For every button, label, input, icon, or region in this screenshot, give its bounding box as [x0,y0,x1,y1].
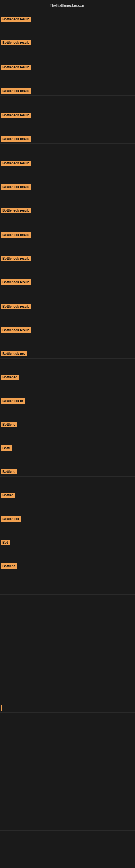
list-item [0,633,135,642]
bottleneck-badge[interactable]: Bottleneck re [1,398,25,404]
bottleneck-badge[interactable]: Bottler [1,493,15,498]
bottleneck-badge[interactable]: Bottleneck result [1,161,31,166]
list-item: Bottleneck result [0,326,135,335]
list-item: Bottleneck result [0,39,135,48]
bottleneck-badge[interactable]: Bottleneck result [1,40,31,45]
bottleneck-badge[interactable]: Bottleneck result [1,279,31,285]
bottleneck-badge[interactable]: Bottleneck result [1,256,31,261]
list-item [0,680,135,689]
list-item: Bottlene [0,562,135,571]
bottleneck-badge[interactable]: Bottleneck result [1,328,31,333]
bottleneck-badge[interactable]: Bottlene [1,563,17,569]
list-item: Bottl [0,444,135,453]
list-item: Bottleneck result [0,159,135,168]
tiny-indicator [1,705,2,711]
list-item: Bottlene [0,421,135,429]
bottleneck-badge[interactable]: Bottlenec [1,375,19,380]
list-item: Bottleneck result [0,16,135,24]
list-item: Bottleneck result [0,303,135,311]
list-item: Bottleneck res [0,350,135,359]
bottleneck-badge[interactable]: Bottleneck res [1,351,27,356]
list-item [0,775,135,783]
list-item: Bottleneck result [0,135,135,144]
list-item: Bottleneck [0,515,135,524]
list-item [0,822,135,831]
bottleneck-badge[interactable]: Bottleneck result [1,184,31,190]
list-item: Bottler [0,492,135,500]
bottleneck-badge[interactable]: Bottleneck result [1,304,31,309]
list-item: Bottleneck result [0,87,135,96]
list-item: Bot [0,539,135,547]
list-item [0,586,135,595]
bottleneck-badge[interactable]: Bottlene [1,469,17,474]
bottleneck-badge[interactable]: Bottleneck result [1,17,31,22]
bottleneck-badge[interactable]: Bottlene [1,422,17,427]
list-item [0,727,135,736]
list-item [0,845,135,854]
list-item [0,798,135,807]
list-item: Bottlene [0,468,135,476]
list-item: Bottlenec [0,373,135,382]
list-item: Bottleneck result [0,278,135,287]
list-item [0,610,135,618]
bottleneck-badge[interactable]: Bottl [1,445,12,451]
list-item: Bottleneck result [0,207,135,215]
list-item [0,704,135,713]
site-title: TheBottlenecker.com [0,1,135,9]
list-item: Bottleneck result [0,231,135,240]
bottleneck-badge[interactable]: Bottleneck result [1,136,31,142]
bottleneck-badge[interactable]: Bottleneck result [1,208,31,213]
list-item: Bottleneck result [0,255,135,264]
list-item: Bottleneck re [0,397,135,406]
bottleneck-badge[interactable]: Bottleneck result [1,113,31,118]
list-item: Bottleneck result [0,112,135,120]
bottleneck-badge[interactable]: Bottleneck result [1,232,31,238]
bottleneck-badge[interactable]: Bottleneck result [1,65,31,70]
list-item [0,751,135,760]
bottleneck-badge[interactable]: Bot [1,540,10,545]
list-item [0,657,135,665]
bottleneck-badge[interactable]: Bottleneck [1,516,21,522]
list-item: Bottleneck result [0,63,135,72]
bottleneck-badge[interactable]: Bottleneck result [1,88,31,94]
list-item: Bottleneck result [0,183,135,192]
